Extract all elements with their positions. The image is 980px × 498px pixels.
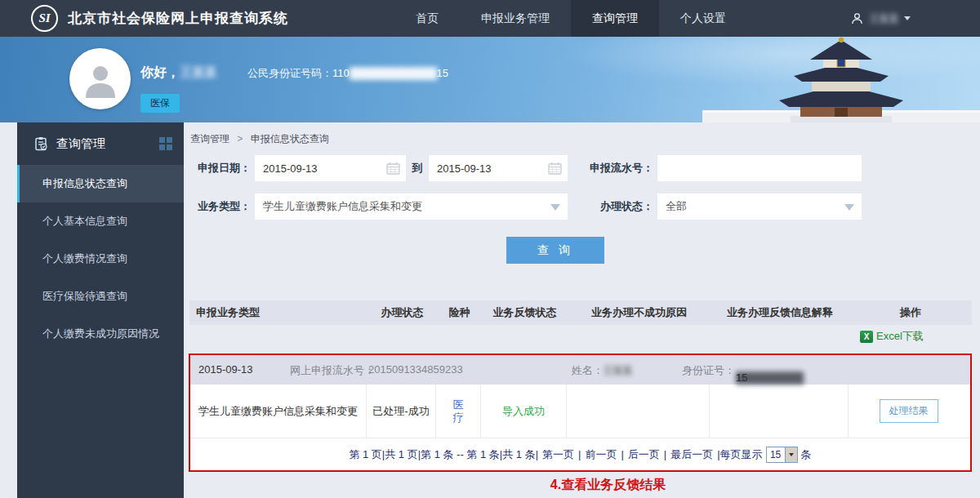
medical-insurance-badge: 医保 <box>140 94 180 113</box>
citizen-id-masked: █████████████ <box>350 67 437 79</box>
col-header-risk: 险种 <box>437 305 482 320</box>
chevron-down-icon <box>904 16 911 20</box>
cell-feedback-status: 导入成功 <box>481 385 567 438</box>
calendar-icon[interactable] <box>548 162 562 175</box>
result-group-row: 2015-09-13 网上申报流水号： 2015091334859233 姓名：… <box>190 355 970 385</box>
date-to-field <box>429 155 568 181</box>
to-label: 到 <box>409 155 425 181</box>
breadcrumb-current: 申报信息状态查询 <box>251 133 329 145</box>
excel-download-link[interactable]: X Excel下载 <box>860 329 924 344</box>
cell-biz-type: 学生儿童缴费账户信息采集和变更 <box>190 385 367 438</box>
nav-item-home[interactable]: 首页 <box>394 0 460 37</box>
cell-risk: 医疗 <box>436 385 481 438</box>
pagination-separator: | <box>664 448 666 460</box>
person-icon <box>851 12 863 24</box>
col-header-status: 办理状态 <box>368 305 437 320</box>
query-button[interactable]: 查 询 <box>506 237 604 264</box>
handle-status-select[interactable]: 全部 <box>657 193 862 220</box>
prev-page-link[interactable]: 前一页 <box>585 447 617 462</box>
clipboard-icon <box>33 136 48 151</box>
dropdown-arrow-icon <box>785 447 797 462</box>
breadcrumb-separator: > <box>237 133 243 145</box>
group-serial-value: 2015091334859233 <box>368 363 463 376</box>
user-name-masked: 王某某 <box>180 64 216 82</box>
business-type-select[interactable]: 学生儿童缴费账户信息采集和变更 <box>255 193 568 220</box>
top-nav: SI 北京市社会保险网上申报查询系统 首页 申报业务管理 查询管理 个人设置 王… <box>0 0 980 37</box>
greeting-line: 你好， 王某某 公民身份证号码： 110 █████████████ 15 <box>140 64 448 82</box>
next-page-link[interactable]: 后一页 <box>628 447 660 462</box>
sidebar-item-medical-benefit-query[interactable]: 医疗保险待遇查询 <box>17 278 184 315</box>
handle-status-value: 全部 <box>666 200 687 212</box>
temple-of-heaven-image <box>702 37 980 122</box>
nav-item-declare-management[interactable]: 申报业务管理 <box>460 0 571 37</box>
nav-item-personal-settings[interactable]: 个人设置 <box>659 0 747 37</box>
per-page-select[interactable]: 15 <box>766 447 798 463</box>
declare-date-label: 申报日期： <box>184 155 251 181</box>
page-info: 第 1 页|共 1 页|第 1 条 -- 第 1 条|共 1 条| <box>349 447 538 462</box>
pagination-separator: | <box>621 448 623 460</box>
serial-number-label: 申报流水号： <box>578 155 653 181</box>
per-page-value: 15 <box>767 447 785 462</box>
cell-status: 已处理-成功 <box>367 385 436 438</box>
avatar <box>69 48 131 109</box>
process-result-button[interactable]: 处理结果 <box>880 399 938 423</box>
date-to-input[interactable] <box>429 155 568 181</box>
excel-icon: X <box>860 331 873 343</box>
pagination: 第 1 页|共 1 页|第 1 条 -- 第 1 条|共 1 条| 第一页 | … <box>190 438 970 470</box>
sidebar-item-declare-status-query[interactable]: 申报信息状态查询 <box>17 165 184 202</box>
col-header-feedback-status: 业务反馈状态 <box>482 305 568 320</box>
cell-fail-reason <box>567 385 710 438</box>
group-date: 2015-09-13 <box>198 363 253 376</box>
citizen-id-suffix: 15 <box>436 67 448 79</box>
user-menu[interactable]: 王某某 <box>851 0 911 37</box>
logo-text: SI <box>38 11 50 25</box>
col-header-feedback-note: 业务办理反馈信息解释 <box>710 305 849 320</box>
first-page-link[interactable]: 第一页 <box>542 447 574 462</box>
user-name-masked: 王某某 <box>869 11 898 26</box>
citizen-id-prefix: 110 <box>332 67 350 79</box>
date-from-input[interactable] <box>255 155 406 181</box>
results-table-header: 申报业务类型 办理状态 险种 业务反馈状态 业务办理不成功原因 业务办理反馈信息… <box>189 300 972 325</box>
col-header-fail-reason: 业务办理不成功原因 <box>568 305 710 320</box>
grid-menu-icon[interactable] <box>159 137 172 150</box>
dropdown-arrow-icon <box>550 204 560 211</box>
sidebar-title: 查询管理 <box>56 136 159 152</box>
nav-item-query-management[interactable]: 查询管理 <box>571 0 659 37</box>
citizen-id-label: 公民身份证号码： <box>247 66 332 81</box>
serial-number-input[interactable] <box>657 155 862 181</box>
main-content: 查询管理 > 申报信息状态查询 申报日期： 到 申 <box>184 122 980 498</box>
cell-action: 处理结果 <box>849 385 969 438</box>
sidebar: 查询管理 申报信息状态查询 个人基本信息查询 个人缴费情况查询 医疗保险待遇查询… <box>17 122 184 498</box>
sidebar-item-personal-payment-query[interactable]: 个人缴费情况查询 <box>17 240 184 278</box>
last-page-link[interactable]: 最后一页 <box>670 447 713 462</box>
handle-status-label: 办理状态： <box>578 193 653 220</box>
main-nav: 首页 申报业务管理 查询管理 个人设置 <box>394 0 747 37</box>
business-type-label: 业务类型： <box>184 193 251 220</box>
excel-download-label: Excel下载 <box>876 329 924 344</box>
avatar-person-icon <box>82 60 119 98</box>
banner: 你好， 王某某 公民身份证号码： 110 █████████████ 15 医保 <box>0 37 980 122</box>
group-name-label: 姓名： <box>572 363 604 378</box>
breadcrumb-parent[interactable]: 查询管理 <box>190 133 229 145</box>
col-header-action: 操作 <box>849 305 972 320</box>
pagination-separator: | <box>578 448 581 460</box>
date-from-field <box>255 155 406 181</box>
sidebar-item-personal-basic-info-query[interactable]: 个人基本信息查询 <box>17 202 184 240</box>
app-logo: SI <box>31 5 58 32</box>
annotation-step-note: 4.查看业务反馈结果 <box>210 477 980 494</box>
col-header-biz-type: 申报业务类型 <box>189 305 368 320</box>
risk-char-2: 疗 <box>453 411 464 424</box>
breadcrumb: 查询管理 > 申报信息状态查询 <box>190 132 329 146</box>
cell-feedback-note <box>710 385 849 438</box>
group-serial-label: 网上申报流水号： <box>290 363 375 378</box>
sidebar-header: 查询管理 <box>17 122 184 165</box>
unit-label: 条 <box>801 447 812 462</box>
app-title: 北京市社会保险网上申报查询系统 <box>68 9 288 28</box>
group-id-label: 身份证号： <box>682 363 735 378</box>
calendar-icon[interactable] <box>386 162 400 175</box>
greeting-text: 你好， <box>140 64 180 82</box>
per-page-label: 每页显示 <box>720 447 763 462</box>
risk-char-1: 医 <box>453 398 464 411</box>
sidebar-item-payment-failure-reason[interactable]: 个人缴费未成功原因情况 <box>17 315 184 353</box>
group-name-masked: 王某某 <box>603 363 632 378</box>
